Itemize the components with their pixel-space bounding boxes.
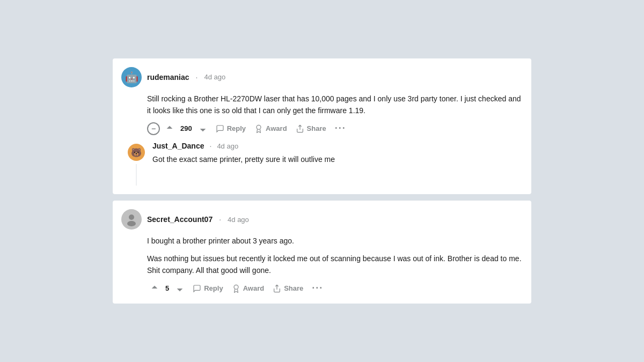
award-button-1[interactable]: Award	[251, 122, 290, 135]
upvote-button-2[interactable]	[147, 282, 162, 295]
reply-header-1: Just_A_Dance · 4d ago	[152, 142, 523, 150]
username-secret-account: Secret_Account07	[147, 215, 213, 224]
reply-button-1[interactable]: Reply	[213, 122, 249, 135]
separator-2: ·	[219, 215, 221, 224]
avatar-just-a-dance: 🐻	[128, 144, 145, 161]
secret-account-avatar-img	[124, 212, 139, 227]
reply-icon-1	[216, 124, 224, 133]
timestamp-2: 4d ago	[228, 216, 249, 224]
comment-actions-1: − 290 Reply	[147, 122, 523, 135]
collapse-button-1[interactable]: −	[147, 122, 160, 135]
comments-container: 🤖 rudemaniac · 4d ago Still rocking a Br…	[113, 58, 531, 304]
svg-point-4	[234, 285, 238, 289]
svg-point-0	[257, 125, 261, 129]
comment-body-2a: I bought a brother printer about 3 years…	[147, 235, 523, 276]
comment-body-2a-p2: Was nothing but issues but recently it l…	[147, 253, 523, 277]
comment-header-2: Secret_Account07 · 4d ago	[121, 209, 523, 230]
award-label-1: Award	[266, 124, 287, 132]
award-icon-1	[254, 124, 263, 133]
comment-card-2: Secret_Account07 · 4d ago I bought a bro…	[113, 201, 531, 304]
reply-label-2: Reply	[204, 284, 223, 292]
svg-point-2	[129, 215, 134, 220]
reply-container-1: 🐻 Just_A_Dance · 4d ago Got the exact sa…	[128, 142, 523, 186]
separator-1: ·	[196, 73, 198, 82]
award-button-2[interactable]: Award	[229, 282, 268, 295]
thread-line-bar-1	[136, 164, 137, 186]
downvote-icon-1	[199, 124, 207, 133]
reply-body-1: Got the exact same printer, pretty sure …	[152, 153, 523, 165]
svg-point-3	[127, 221, 136, 226]
downvote-icon-2	[175, 284, 184, 293]
upvote-icon-2	[150, 284, 159, 293]
award-icon-2	[232, 284, 240, 293]
upvote-button-1[interactable]	[162, 122, 177, 135]
reply-label-1: Reply	[227, 124, 246, 132]
vote-count-2: 5	[164, 284, 170, 292]
username-rudemaniac: rudemaniac	[147, 73, 189, 82]
comment-body-1: Still rocking a Brother HL-2270DW laser …	[147, 93, 523, 117]
reply-icon-2	[193, 284, 201, 293]
thread-line-1: 🐻	[128, 142, 145, 186]
reply-content-1: Just_A_Dance · 4d ago Got the exact same…	[152, 142, 523, 186]
comment-body-2a-p1: I bought a brother printer about 3 years…	[147, 235, 523, 247]
share-button-2[interactable]: Share	[269, 282, 306, 295]
downvote-button-2[interactable]	[172, 282, 187, 295]
comment-card-1: 🤖 rudemaniac · 4d ago Still rocking a Br…	[113, 58, 531, 195]
vote-count-1: 290	[179, 124, 193, 132]
upvote-icon-1	[165, 124, 174, 133]
share-icon-1	[296, 124, 304, 133]
username-just-a-dance: Just_A_Dance	[152, 142, 204, 150]
more-button-1[interactable]: ···	[332, 122, 349, 135]
avatar-rudemaniac: 🤖	[121, 67, 142, 87]
timestamp-1: 4d ago	[204, 73, 225, 81]
comment-actions-2: 5 Reply Award	[147, 282, 523, 295]
downvote-button-1[interactable]	[195, 122, 210, 135]
reply-button-2[interactable]: Reply	[189, 282, 226, 295]
award-label-2: Award	[243, 284, 265, 292]
more-button-2[interactable]: ···	[309, 282, 326, 295]
reply-sep-1: ·	[210, 142, 212, 150]
share-button-1[interactable]: Share	[292, 122, 330, 135]
reply-timestamp-1: 4d ago	[217, 142, 238, 150]
share-icon-2	[273, 284, 281, 293]
share-label-1: Share	[307, 124, 326, 132]
avatar-secret-account	[121, 209, 142, 230]
comment-header-1: 🤖 rudemaniac · 4d ago	[121, 67, 523, 87]
share-label-2: Share	[284, 284, 303, 292]
